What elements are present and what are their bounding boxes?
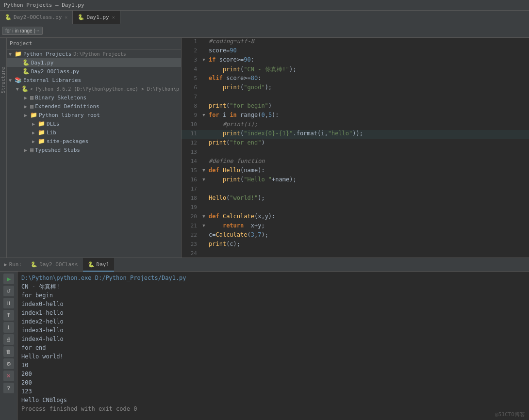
sidebar-item-day2[interactable]: 🐍 Day2-OOClass.py xyxy=(7,67,181,76)
code-line[interactable]: #coding=utf-8 xyxy=(207,38,529,47)
output-line: index1-hello xyxy=(21,308,525,317)
line-number: 2 xyxy=(182,47,201,56)
run-tab-bar: ▶ Run: 🐍 Day2-OOClass 🐍 Day1 xyxy=(0,258,529,272)
code-line[interactable]: return x+y; xyxy=(207,222,529,231)
sidebar-item-extended-defs[interactable]: ▶ ▦ Extended Definitions xyxy=(7,102,181,111)
run-scroll-bottom-button[interactable]: ⤓ xyxy=(3,322,14,333)
code-line[interactable]: print("for end") xyxy=(207,139,529,148)
output-line: Hello world! xyxy=(21,352,525,361)
run-scroll-top-button[interactable]: ⤒ xyxy=(3,310,14,321)
code-line[interactable]: print("Hello "+name); xyxy=(207,176,529,185)
table-row: 15 ▼ def Hello(name): xyxy=(182,167,529,176)
output-line: 10 xyxy=(21,361,525,370)
sidebar-item-python362[interactable]: ▼ 🐍 < Python 3.6.2 (D:\Python\python.exe… xyxy=(7,84,181,93)
code-line[interactable]: #define function xyxy=(207,158,529,167)
run-play-button[interactable]: ▶ xyxy=(3,274,14,284)
main-area: Structure Project ▼ 📁 Python_Projects D:… xyxy=(0,38,529,258)
run-rerun-button[interactable]: ↺ xyxy=(3,286,14,296)
arrow-extended-defs: ▶ xyxy=(24,104,29,109)
table-row: 3 ▼ if score>=90: xyxy=(182,56,529,65)
code-token: score=90 xyxy=(209,47,237,54)
fold-gutter xyxy=(201,65,207,75)
run-settings-button[interactable]: ⚙ xyxy=(3,358,14,369)
sidebar-item-dlls[interactable]: ▶ 📁 DLLs xyxy=(7,119,181,128)
line-number: 4 xyxy=(182,65,201,75)
structure-label: Structure xyxy=(0,67,6,93)
code-line[interactable]: print("index{0}-{1}".format(i,"hello")); xyxy=(207,130,529,139)
run-clear-button[interactable]: 🗑 xyxy=(3,346,14,357)
file-icon-day2: 🐍 xyxy=(5,14,12,20)
sidebar-item-typeshed-stubs[interactable]: ▶ ▦ Typeshed Stubs xyxy=(7,145,181,154)
table-row: 1 #coding=utf-8 xyxy=(182,38,529,47)
table-row: 2 score=90 xyxy=(182,47,529,56)
code-line[interactable] xyxy=(207,185,529,194)
python-icon: 🐍 xyxy=(21,85,29,92)
table-row: 17 xyxy=(182,185,529,194)
code-line[interactable]: def Hello(name): xyxy=(207,167,529,176)
sidebar-content[interactable]: ▼ 📁 Python_Projects D:\Python_Projects 🐍… xyxy=(7,49,181,258)
run-tab-label-day2: Day2-OOClass xyxy=(39,261,78,268)
code-line[interactable]: score=90 xyxy=(207,47,529,56)
fold-gutter xyxy=(201,84,207,93)
sidebar-item-day1[interactable]: 🐍 Day1.py xyxy=(7,58,181,67)
tab-day2[interactable]: 🐍 Day2-OOClass.py ✕ xyxy=(0,11,73,24)
line-number: 9 xyxy=(182,112,201,121)
code-line[interactable]: def Calculate(x,y): xyxy=(207,213,529,222)
label-day1: Day1.py xyxy=(31,60,53,66)
line-number: 24 xyxy=(182,250,201,258)
table-row: 11 print("index{0}-{1}".format(i,"hello"… xyxy=(182,130,529,139)
table-row: 4 print("CN - 你真棒!"); xyxy=(182,65,529,75)
code-line[interactable] xyxy=(207,148,529,158)
close-tab-day1[interactable]: ✕ xyxy=(112,15,115,20)
code-line[interactable]: c=Calculate(3,7); xyxy=(207,231,529,241)
sidebar-header-label: Project xyxy=(10,40,32,47)
sidebar: Project ▼ 📁 Python_Projects D:\Python_Pr… xyxy=(7,38,182,258)
code-line[interactable] xyxy=(207,93,529,102)
sidebar-item-lib[interactable]: ▶ 📁 Lib xyxy=(7,128,181,137)
run-pause-button[interactable]: ⏸ xyxy=(3,298,14,308)
fold-gutter xyxy=(201,93,207,102)
output-line-exit: Process finished with exit code 0 xyxy=(21,404,525,413)
label-binary-skeletons: Binary Skeletons xyxy=(35,95,86,101)
table-row: 22 c=Calculate(3,7); xyxy=(182,231,529,241)
output-line: Hello CNBlogs xyxy=(21,396,525,404)
table-row: 6 print("good"); xyxy=(182,84,529,93)
code-line[interactable]: #print(i); xyxy=(207,121,529,130)
toolbar-search[interactable]: for i in range (··· xyxy=(2,27,43,35)
run-tab-day2[interactable]: 🐍 Day2-OOClass xyxy=(26,258,83,271)
sidebar-item-binary-skeletons[interactable]: ▶ ▦ Binary Skeletons xyxy=(7,93,181,102)
arrow-dlls: ▶ xyxy=(32,121,37,127)
table-row: 10 #print(i); xyxy=(182,121,529,130)
code-line[interactable]: print("CN - 你真棒!"); xyxy=(207,65,529,75)
code-line[interactable]: print("good"); xyxy=(207,84,529,93)
run-print-button[interactable]: 🖨 xyxy=(3,334,14,345)
code-line[interactable] xyxy=(207,204,529,213)
editor-scroll[interactable]: 1 #coding=utf-8 2 score=90 3 ▼ if score>… xyxy=(182,38,529,258)
close-tab-day2[interactable]: ✕ xyxy=(65,15,67,20)
code-line[interactable] xyxy=(207,250,529,258)
table-row: 9 ▼ for i in range(0,5): xyxy=(182,112,529,121)
sidebar-item-site-packages[interactable]: ▶ 📁 site-packages xyxy=(7,137,181,145)
run-tab-day1[interactable]: 🐍 Day1 xyxy=(83,258,115,272)
code-line[interactable]: Hello("world!"); xyxy=(207,194,529,204)
run-text: Run: xyxy=(9,261,22,268)
code-line[interactable]: print("for begin") xyxy=(207,102,529,112)
code-line[interactable]: print(c); xyxy=(207,241,529,250)
code-line[interactable]: elif score>=80: xyxy=(207,75,529,84)
label-python-lib-root: Python library root xyxy=(39,112,100,118)
arrow-site-packages: ▶ xyxy=(32,139,37,144)
fold-gutter: ▼ xyxy=(201,112,207,121)
run-help-button[interactable]: ? xyxy=(3,383,14,393)
sidebar-item-external-libs[interactable]: ▼ 📚 External Libraries xyxy=(7,76,181,84)
fold-gutter xyxy=(201,231,207,241)
folder-icon-lib: 📁 xyxy=(38,129,45,136)
run-stop-button[interactable]: ✕ xyxy=(3,371,14,381)
code-line[interactable]: if score>=90: xyxy=(207,56,529,65)
tab-day1[interactable]: 🐍 Day1.py ✕ xyxy=(73,11,120,24)
sidebar-item-python-lib-root[interactable]: ▶ 📁 Python library root xyxy=(7,111,181,119)
code-line[interactable]: for i in range(0,5): xyxy=(207,112,529,121)
line-number: 7 xyxy=(182,93,201,102)
sidebar-item-python-projects[interactable]: ▼ 📁 Python_Projects D:\Python_Projects xyxy=(7,49,181,58)
arrow-python-lib-root: ▶ xyxy=(24,113,29,118)
run-tab-label-day1: Day1 xyxy=(97,261,110,268)
